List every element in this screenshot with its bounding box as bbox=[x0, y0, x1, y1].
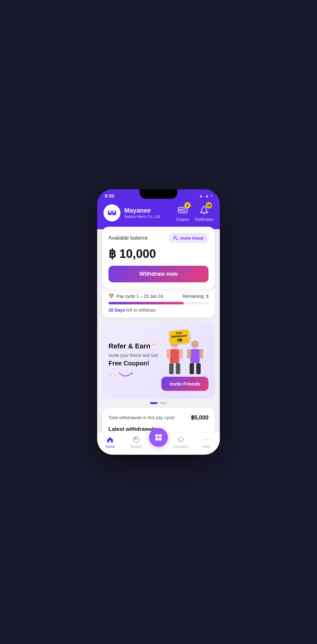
star-icon: ✦ bbox=[108, 373, 112, 377]
refer-decoration: ✦ ✦ bbox=[108, 371, 161, 379]
pay-cycle-header: 📅 Pay cycle 1 – 23 Jan 24 Remaining: 3 bbox=[108, 294, 209, 299]
nav-budget-label: Budget bbox=[131, 445, 142, 448]
refer-card: Refer & Earn ✦ ✦ Invite your friend and … bbox=[102, 323, 215, 398]
status-icons: ▲ ▲ ▪ bbox=[199, 193, 212, 198]
header-actions: 2 Coupon 15 Notification bbox=[176, 204, 214, 222]
coupon-badge: 2 bbox=[184, 202, 191, 208]
carousel-dot-2[interactable] bbox=[159, 402, 167, 404]
svg-rect-16 bbox=[169, 363, 174, 374]
notification-icon-wrapper: 15 bbox=[198, 204, 210, 216]
pay-cycle-period: 📅 Pay cycle 1 – 23 Jan 24 bbox=[108, 294, 163, 299]
notification-label: Notification bbox=[195, 217, 214, 222]
svg-point-20 bbox=[191, 341, 199, 348]
header-left: Mayanee Salary Hero Co.,Ltd bbox=[103, 204, 160, 221]
notification-action[interactable]: 15 Notification bbox=[195, 204, 214, 222]
refer-subtitle: Invite your friend and Get bbox=[108, 353, 161, 358]
svg-rect-22 bbox=[190, 363, 194, 374]
education-icon bbox=[177, 436, 185, 443]
svg-rect-17 bbox=[176, 363, 180, 374]
nav-more[interactable]: More bbox=[194, 436, 220, 448]
nav-education-label: Education bbox=[173, 445, 189, 448]
sparkle-icon: ✦ bbox=[152, 342, 155, 347]
person-male-icon bbox=[186, 340, 204, 374]
pay-cycle-card: 📅 Pay cycle 1 – 23 Jan 24 Remaining: 3 2… bbox=[102, 289, 215, 318]
balance-label: Available balance bbox=[108, 235, 148, 241]
logo bbox=[103, 204, 120, 221]
coupon-label: Coupon bbox=[176, 217, 189, 222]
pay-cycle-remaining: Remaining: 3 bbox=[182, 294, 209, 299]
svg-rect-29 bbox=[155, 438, 158, 441]
notch bbox=[140, 189, 177, 199]
battery-icon: ▪ bbox=[211, 193, 212, 198]
calendar-icon: 📅 bbox=[108, 294, 114, 299]
home-icon bbox=[106, 436, 114, 443]
sparkle-icon-2: ✦ bbox=[156, 340, 158, 344]
star-icon-sm: ✦ bbox=[114, 374, 116, 377]
svg-rect-21 bbox=[190, 349, 200, 363]
nav-budget[interactable]: Budget bbox=[123, 436, 149, 448]
person-female-icon bbox=[166, 340, 183, 374]
logo-svg bbox=[107, 208, 117, 218]
withdrawal-total-amount: ฿5,000 bbox=[191, 414, 209, 421]
svg-rect-25 bbox=[199, 349, 203, 358]
svg-point-2 bbox=[109, 211, 111, 213]
balance-header: Available balance Invite friend bbox=[108, 233, 209, 243]
fab-icon bbox=[154, 433, 163, 442]
refer-highlight: Free Coupon! bbox=[108, 360, 161, 367]
budget-icon bbox=[132, 436, 140, 443]
header: Mayanee Salary Hero Co.,Ltd 2 bbox=[97, 200, 220, 229]
notification-badge: 15 bbox=[206, 202, 212, 208]
refer-title: Refer & Earn ✦ ✦ bbox=[108, 342, 161, 350]
svg-rect-15 bbox=[170, 349, 179, 363]
svg-rect-30 bbox=[159, 438, 162, 441]
refer-visual: Free Withdrawal 0฿ bbox=[161, 330, 209, 391]
signal-icon: ▲ bbox=[205, 193, 209, 198]
wifi-icon: ▲ bbox=[199, 193, 203, 198]
invite-friend-button[interactable]: Invite friend bbox=[168, 233, 209, 243]
progress-fill bbox=[108, 302, 184, 304]
refer-content: Refer & Earn ✦ ✦ Invite your friend and … bbox=[108, 342, 161, 379]
coupon-ticket: Free Withdrawal 0฿ bbox=[169, 329, 190, 344]
svg-point-33 bbox=[209, 439, 209, 440]
carousel-dots bbox=[97, 402, 220, 404]
more-icon bbox=[203, 436, 211, 443]
svg-rect-18 bbox=[167, 349, 170, 358]
balance-card: Available balance Invite friend ฿ 10,000… bbox=[102, 227, 215, 289]
smile-arc-icon bbox=[118, 371, 133, 379]
svg-point-10 bbox=[174, 236, 176, 238]
withdrawal-total-label: Total withdrawals in this pay cycle: bbox=[108, 415, 175, 420]
svg-rect-23 bbox=[196, 363, 201, 374]
coupon-action[interactable]: 2 Coupon bbox=[176, 204, 189, 222]
invite-icon bbox=[173, 236, 178, 241]
bottom-nav: Home Budget bbox=[97, 432, 220, 455]
nav-fab-button[interactable] bbox=[149, 428, 168, 447]
svg-marker-13 bbox=[131, 372, 133, 374]
coupon-icon-wrapper: 2 bbox=[177, 204, 189, 216]
svg-point-32 bbox=[206, 439, 207, 440]
nav-home-label: Home bbox=[106, 445, 115, 448]
header-company: Salary Hero Co.,Ltd bbox=[124, 214, 160, 219]
nav-home[interactable]: Home bbox=[97, 436, 123, 448]
status-time: 9:30 bbox=[105, 193, 114, 198]
withdrawal-total-row: Total withdrawals in this pay cycle: ฿5,… bbox=[108, 414, 209, 421]
carousel-dot-1[interactable] bbox=[150, 402, 158, 404]
svg-rect-28 bbox=[159, 434, 162, 437]
svg-rect-19 bbox=[179, 349, 183, 358]
illustration: Free Withdrawal 0฿ bbox=[163, 330, 207, 374]
svg-rect-27 bbox=[155, 434, 158, 437]
invite-friends-button[interactable]: Invite Friends bbox=[161, 377, 209, 391]
withdraw-button[interactable]: Withdraw now bbox=[108, 266, 209, 282]
days-left: 20 Days left to withdraw bbox=[108, 308, 209, 313]
svg-point-9 bbox=[203, 213, 205, 214]
status-bar: 9:30 ▲ ▲ ▪ bbox=[97, 189, 220, 200]
svg-rect-24 bbox=[187, 349, 191, 358]
header-user-info: Mayanee Salary Hero Co.,Ltd bbox=[124, 207, 160, 219]
svg-point-5 bbox=[180, 209, 181, 211]
nav-education[interactable]: Education bbox=[168, 436, 194, 448]
nav-center bbox=[149, 437, 168, 447]
nav-more-label: More bbox=[203, 445, 211, 448]
svg-point-31 bbox=[204, 439, 205, 440]
header-name: Mayanee bbox=[124, 207, 160, 214]
svg-point-3 bbox=[113, 211, 115, 213]
balance-amount: ฿ 10,000 bbox=[108, 247, 209, 261]
